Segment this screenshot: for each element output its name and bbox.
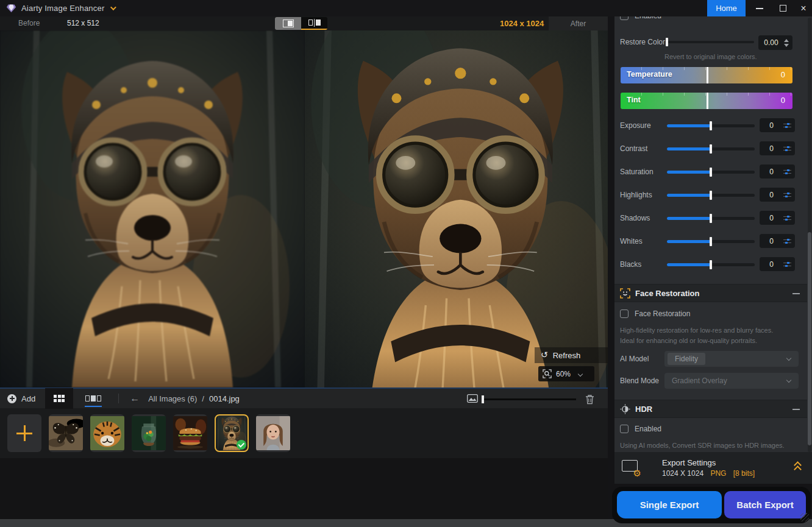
temperature-slider[interactable]: Temperature 0: [621, 67, 792, 83]
scrollbar-thumb[interactable]: [808, 232, 811, 445]
filmstrip-view-button[interactable]: [79, 388, 107, 409]
exposure-value[interactable]: 0: [760, 118, 795, 132]
slider-handle[interactable]: [482, 395, 484, 403]
zoom-level-dropdown[interactable]: 60%: [538, 366, 594, 381]
stepper-icon[interactable]: [783, 146, 791, 152]
export-settings-title: Export Settings: [662, 458, 755, 467]
chevron-down-icon[interactable]: [110, 4, 116, 10]
grid-view-button[interactable]: [45, 388, 73, 409]
slider-handle[interactable]: [666, 38, 668, 46]
back-arrow-icon[interactable]: ←: [130, 394, 140, 403]
face-restoration-checkbox[interactable]: [620, 309, 629, 318]
collapse-icon[interactable]: [792, 293, 800, 294]
highlights-value[interactable]: 0: [760, 188, 795, 202]
app-title: Aiarty Image Enhancer: [21, 4, 104, 13]
thumbnail-dog-selected[interactable]: [215, 414, 249, 452]
stepper-icon[interactable]: [783, 261, 791, 267]
after-image: [305, 30, 608, 387]
checkmark-icon: [237, 440, 246, 450]
delete-button[interactable]: [585, 394, 594, 405]
spinner-down-icon[interactable]: [784, 44, 789, 47]
shadows-slider[interactable]: [667, 217, 755, 220]
stepper-icon[interactable]: [783, 215, 791, 221]
batch-export-button[interactable]: Batch Export: [724, 491, 806, 518]
blacks-slider[interactable]: [667, 263, 755, 266]
after-image-pane[interactable]: ↺ Refresh 60%: [305, 30, 608, 387]
slider-handle[interactable]: [710, 191, 712, 200]
stepper-icon[interactable]: [783, 122, 791, 129]
restore-color-hint: Revert to original image colors.: [664, 51, 812, 62]
enabled-checkbox[interactable]: [620, 16, 629, 20]
whites-value[interactable]: 0: [760, 234, 795, 248]
minimize-button[interactable]: [749, 0, 771, 16]
ai-model-row: AI Model Fidelity: [614, 351, 805, 367]
highlights-slider[interactable]: [667, 194, 755, 197]
stepper-icon[interactable]: [783, 169, 791, 175]
filmstrip-view-icon: [85, 395, 101, 401]
collapse-icon[interactable]: [792, 409, 800, 410]
thumbnail-woman[interactable]: [256, 414, 290, 452]
slider-handle[interactable]: [707, 67, 708, 83]
export-settings-block[interactable]: ⚙ Export Settings 1024 X 1024 PNG [8 bit…: [614, 452, 812, 484]
exposure-slider[interactable]: [667, 124, 755, 127]
thumbnail-butterfly[interactable]: [49, 414, 83, 452]
slider-handle[interactable]: [707, 93, 708, 109]
spinner-control[interactable]: [784, 39, 789, 47]
contrast-value[interactable]: 0: [760, 141, 795, 155]
shadows-row: Shadows 0: [614, 213, 805, 223]
hdr-icon: [620, 404, 630, 414]
double-chevron-up-icon[interactable]: [794, 462, 802, 473]
thumbnail-burger[interactable]: [173, 414, 207, 452]
face-restoration-header[interactable]: Face Restoration: [614, 284, 807, 302]
slider-handle[interactable]: [710, 237, 712, 246]
hdr-enabled-checkbox[interactable]: [620, 425, 629, 433]
saturation-slider[interactable]: [667, 171, 755, 174]
title-bar: Aiarty Image Enhancer Home ×: [0, 0, 812, 16]
saturation-value[interactable]: 0: [760, 164, 795, 179]
thumbnail-size-slider[interactable]: [482, 398, 576, 400]
slider-handle[interactable]: [710, 260, 712, 269]
add-image-button[interactable]: Add: [7, 394, 35, 403]
before-image-pane[interactable]: [0, 30, 305, 387]
thumbnail-terrarium[interactable]: [132, 414, 166, 452]
slider-handle[interactable]: [710, 214, 712, 223]
contrast-slider[interactable]: [667, 147, 755, 150]
resize-grip[interactable]: [800, 513, 809, 522]
maximize-icon: [780, 5, 786, 12]
view-toggle-group: [275, 17, 327, 30]
breadcrumb-all-images[interactable]: All Images (6): [148, 394, 197, 403]
add-image-tile[interactable]: [7, 414, 41, 452]
slider-view-button[interactable]: [301, 17, 327, 30]
split-view-button[interactable]: [275, 17, 301, 30]
hdr-header[interactable]: HDR: [614, 400, 807, 418]
slider-handle[interactable]: [710, 168, 712, 177]
refresh-icon: ↺: [541, 350, 548, 359]
stepper-icon[interactable]: [783, 238, 791, 244]
close-button[interactable]: ×: [792, 0, 812, 16]
tint-slider[interactable]: Tint 0: [621, 93, 792, 109]
thumbnail-tiger[interactable]: [90, 414, 124, 452]
restore-color-value[interactable]: 0.00: [758, 35, 792, 50]
refresh-button[interactable]: ↺ Refresh: [535, 347, 608, 363]
restore-color-slider[interactable]: [666, 41, 754, 43]
stepper-icon[interactable]: [783, 192, 791, 198]
after-tab: After: [549, 16, 608, 30]
minimize-icon: [756, 8, 763, 9]
blend-mode-dropdown[interactable]: Gradient Overlay: [664, 373, 799, 389]
spinner-up-icon[interactable]: [784, 39, 789, 42]
home-button[interactable]: Home: [707, 0, 746, 16]
maximize-button[interactable]: [772, 0, 794, 16]
grid-view-icon: [54, 395, 65, 402]
after-label: After: [571, 19, 586, 28]
ai-model-dropdown[interactable]: Fidelity: [664, 351, 799, 367]
single-export-button[interactable]: Single Export: [617, 491, 722, 518]
panel-scrollbar[interactable]: [808, 18, 811, 452]
color-enabled-row: Enabled: [614, 16, 805, 20]
highlights-row: Highlights 0: [614, 190, 805, 200]
whites-slider[interactable]: [667, 240, 755, 243]
blacks-value[interactable]: 0: [760, 257, 795, 271]
shadows-value[interactable]: 0: [760, 211, 795, 225]
slider-handle[interactable]: [710, 121, 712, 130]
slider-handle[interactable]: [710, 144, 712, 154]
app-window: Aiarty Image Enhancer Home × Before 512 …: [0, 0, 812, 527]
